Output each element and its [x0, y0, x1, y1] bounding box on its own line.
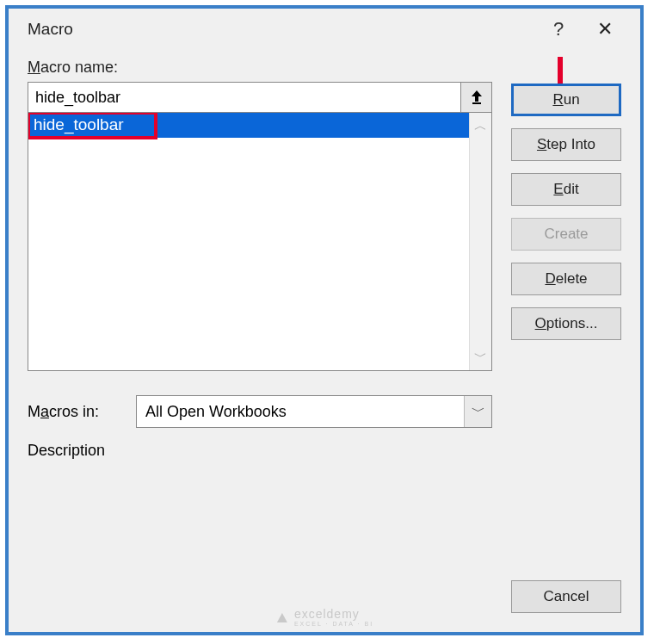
- macro-listbox[interactable]: hide_toolbar ︿ ﹀: [28, 113, 492, 371]
- watermark-icon: [275, 610, 289, 624]
- options-button[interactable]: Options...: [511, 307, 621, 340]
- list-item[interactable]: hide_toolbar: [28, 113, 469, 138]
- titlebar: Macro ? ✕: [9, 9, 640, 50]
- go-to-macro-button[interactable]: [461, 82, 492, 113]
- create-button: Create: [511, 218, 621, 251]
- description-label: Description: [28, 442, 492, 460]
- macros-in-label: Macros in:: [28, 403, 124, 421]
- macro-dialog: Macro ? ✕ Macro name:: [5, 5, 644, 635]
- chevron-down-icon: ﹀: [464, 396, 491, 427]
- cancel-button[interactable]: Cancel: [511, 580, 621, 613]
- dialog-body: Macro name: hide_toolbar: [9, 50, 640, 632]
- svg-marker-2: [472, 90, 482, 102]
- run-button[interactable]: Run: [511, 84, 621, 116]
- watermark-text: exceldemy: [294, 607, 360, 621]
- scrollbar[interactable]: ︿ ﹀: [469, 113, 491, 370]
- help-button[interactable]: ?: [535, 18, 582, 40]
- macros-in-select[interactable]: All Open Workbooks ﹀: [136, 395, 492, 428]
- svg-marker-4: [277, 613, 287, 622]
- macros-in-value: All Open Workbooks: [137, 403, 464, 421]
- up-arrow-icon: [470, 90, 484, 105]
- watermark: exceldemy EXCEL · DATA · BI: [275, 607, 373, 627]
- macro-name-label: Macro name:: [28, 59, 621, 77]
- watermark-sub: EXCEL · DATA · BI: [294, 621, 373, 627]
- scroll-up-icon: ︿: [474, 118, 487, 134]
- svg-rect-3: [472, 102, 481, 104]
- edit-button[interactable]: Edit: [511, 173, 621, 206]
- step-into-button[interactable]: Step Into: [511, 128, 621, 161]
- close-button[interactable]: ✕: [582, 18, 628, 40]
- delete-button[interactable]: Delete: [511, 263, 621, 295]
- dialog-title: Macro: [28, 20, 535, 39]
- scroll-down-icon: ﹀: [474, 349, 487, 365]
- macro-name-input[interactable]: [28, 82, 461, 113]
- list-item-label: hide_toolbar: [34, 115, 124, 133]
